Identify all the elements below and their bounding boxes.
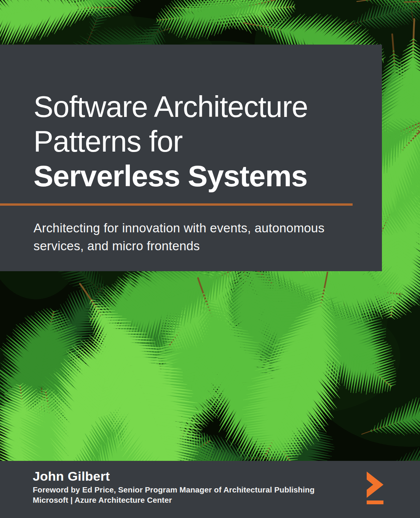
foreword-line-2: Microsoft | Azure Architecture Center — [33, 495, 172, 505]
packt-logo-icon — [366, 472, 384, 505]
author-name: John Gilbert — [33, 470, 110, 483]
accent-divider — [0, 203, 353, 206]
book-cover: Software Architecture Patterns for Serve… — [0, 0, 420, 518]
footer-bar: John Gilbert Foreword by Ed Price, Senio… — [0, 461, 420, 518]
title-line-1: Software Architecture — [34, 90, 308, 124]
foreword-line-1: Foreword by Ed Price, Senior Program Man… — [33, 484, 315, 495]
book-subtitle: Architecting for innovation with events,… — [34, 219, 366, 255]
title-panel: Software Architecture Patterns for Serve… — [0, 45, 382, 271]
book-title: Software Architecture Patterns for Serve… — [34, 90, 308, 193]
title-line-2: Patterns for — [34, 124, 308, 159]
title-line-3: Serverless Systems — [34, 159, 308, 193]
